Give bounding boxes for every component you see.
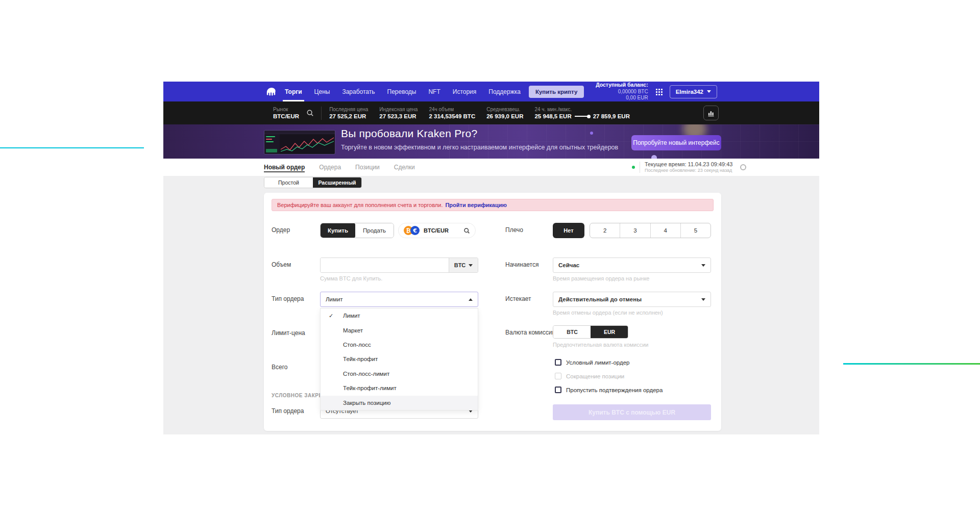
tab-trades[interactable]: Сделки — [394, 159, 415, 176]
pair-text: BTC/EUR — [424, 227, 449, 234]
option-label: Закрыть позицию — [343, 400, 390, 406]
fee-currency-toggle: BTC EUR — [553, 325, 628, 339]
content-area: Простой Расширенный Верифицируйте ваш ак… — [163, 176, 819, 434]
verification-warning: Верифицируйте ваш аккаунт для пополнения… — [272, 199, 714, 211]
leverage-2[interactable]: 2 — [590, 223, 620, 238]
starts-help: Время размещения ордера на рынке — [553, 275, 649, 281]
stat-label: 24 ч. мин./макс. — [534, 106, 630, 113]
banner-subtitle: Торгуйте в новом эффективном и легко нас… — [341, 144, 618, 151]
option-stop-loss[interactable]: Стоп-лосс — [321, 338, 478, 352]
nav-item-history[interactable]: История — [453, 82, 477, 101]
leverage-5[interactable]: 5 — [680, 223, 710, 238]
market-label: Рынок — [273, 106, 299, 113]
option-label: Лимит — [343, 313, 360, 319]
search-icon[interactable] — [306, 109, 314, 117]
mode-simple[interactable]: Простой — [264, 177, 313, 188]
stat-vwap: Средневзвеш. 26 939,0 EUR — [486, 106, 523, 120]
nav-item-prices[interactable]: Цены — [314, 82, 330, 101]
nav-item-support[interactable]: Поддержка — [488, 82, 521, 101]
chevron-down-icon — [469, 264, 473, 267]
buy-crypto-button[interactable]: Купить крипту — [529, 86, 584, 98]
leverage-none-button[interactable]: Нет — [553, 223, 584, 238]
submit-buy-button[interactable]: Купить BTC с помощью EUR — [553, 404, 711, 420]
option-market[interactable]: Маркет — [321, 323, 478, 337]
chart-view-button[interactable] — [703, 106, 719, 120]
checkbox-icon[interactable] — [555, 387, 561, 393]
apps-grid-icon[interactable] — [655, 88, 663, 95]
volume-currency-dropdown[interactable]: BTC — [449, 258, 478, 272]
option-take-profit[interactable]: Тейк-профит — [321, 352, 478, 366]
pair-selector[interactable]: ₿ € BTC/EUR — [398, 223, 476, 238]
nav-item-nft[interactable]: NFT — [428, 82, 440, 101]
market-selector[interactable]: Рынок BTC/EUR — [273, 106, 299, 120]
kraken-app-window: Торги Цены Заработать Переводы NFT Истор… — [163, 82, 819, 434]
checkbox-label: Сокращение позиции — [566, 373, 624, 379]
decorative-line-left — [0, 147, 144, 148]
volume-input[interactable] — [321, 258, 449, 272]
option-close-position[interactable]: Закрыть позицию — [321, 396, 478, 410]
starts-select[interactable]: Сейчас — [553, 258, 711, 273]
conditional-order-type-label: Тип ордера — [272, 407, 304, 415]
checkbox-icon — [555, 373, 561, 379]
mode-advanced[interactable]: Расширенный — [313, 177, 361, 188]
stat-value: 27 523,3 EUR — [379, 113, 418, 120]
tab-new-order[interactable]: Новый ордер — [264, 159, 305, 176]
leverage-4[interactable]: 4 — [650, 223, 680, 238]
refresh-icon[interactable] — [740, 164, 746, 170]
limit-price-label: Лимит-цена — [272, 329, 305, 337]
range-dot — [587, 115, 591, 118]
checkbox-label: Условный лимит-ордер — [566, 359, 629, 366]
buy-sell-toggle: Купить Продать — [320, 223, 394, 238]
mode-toggle: Простой Расширенный — [264, 177, 362, 188]
try-new-interface-button[interactable]: Попробуйте новый интерфейс — [631, 135, 721, 150]
banner-dot-decoration — [590, 132, 593, 135]
volume-label: Объем — [272, 261, 291, 268]
expires-label: Истекает — [505, 295, 531, 302]
volume-help: Сумма BTC для Купить. — [320, 275, 382, 281]
starts-value: Сейчас — [558, 262, 579, 268]
current-time: Текущее время: 11.04.23 09:49:43 — [645, 161, 732, 168]
divider — [640, 162, 640, 173]
option-label: Тейк-профит-лимит — [343, 385, 397, 391]
buy-button[interactable]: Купить — [320, 223, 356, 238]
nav-item-earn[interactable]: Заработать — [342, 82, 375, 101]
verification-link[interactable]: Пройти верификацию — [445, 202, 506, 208]
search-icon[interactable] — [463, 227, 470, 234]
option-take-profit-limit[interactable]: Тейк-профит-лимит — [321, 381, 478, 395]
order-type-value: Лимит — [326, 296, 343, 302]
chevron-down-icon — [701, 298, 705, 301]
order-type-label: Тип ордера — [272, 295, 304, 302]
tab-orders[interactable]: Ордера — [319, 159, 341, 176]
check-icon: ✓ — [329, 313, 333, 319]
kraken-logo-icon[interactable] — [265, 87, 278, 97]
nav-item-trade[interactable]: Торги — [285, 82, 302, 101]
range-min: 25 948,5 EUR — [534, 113, 571, 120]
reduce-position-checkbox-row: Сокращение позиции — [555, 373, 624, 379]
expires-select[interactable]: Действительный до отмены — [553, 292, 711, 307]
stat-value: 26 939,0 EUR — [486, 113, 523, 120]
fee-currency-help: Предпочтительная валюта комиссии — [553, 342, 649, 348]
nav-item-transfers[interactable]: Переводы — [387, 82, 416, 101]
tab-positions[interactable]: Позиции — [355, 159, 380, 176]
skip-confirmation-checkbox-row[interactable]: Пропустить подтверждения ордера — [555, 387, 663, 393]
banner-dot-decoration — [651, 155, 657, 159]
order-type-select[interactable]: Лимит — [320, 292, 478, 307]
user-name: Elmira342 — [676, 89, 703, 95]
eur-coin-icon: € — [410, 226, 420, 235]
market-ticker-bar: Рынок BTC/EUR Последняя цена 27 525,2 EU… — [163, 101, 819, 124]
fee-eur[interactable]: EUR — [591, 325, 628, 339]
checkbox-icon[interactable] — [555, 359, 561, 366]
kraken-pro-screenshot — [264, 130, 335, 155]
option-limit[interactable]: ✓ Лимит — [321, 309, 478, 323]
stat-24h-volume: 24ч объем 2 314,53549 BTC — [429, 106, 475, 120]
chevron-down-icon — [701, 264, 705, 267]
market-pair: BTC/EUR — [273, 113, 299, 120]
option-stop-loss-limit[interactable]: Стоп-лосс-лимит — [321, 367, 478, 381]
sell-button[interactable]: Продать — [355, 223, 394, 238]
stat-value: 27 525,2 EUR — [329, 113, 368, 120]
leverage-3[interactable]: 3 — [620, 223, 650, 238]
user-menu-button[interactable]: Elmira342 — [670, 85, 717, 98]
decorative-line-right — [843, 363, 980, 365]
conditional-limit-checkbox-row[interactable]: Условный лимит-ордер — [555, 359, 629, 366]
fee-btc[interactable]: BTC — [553, 326, 591, 338]
